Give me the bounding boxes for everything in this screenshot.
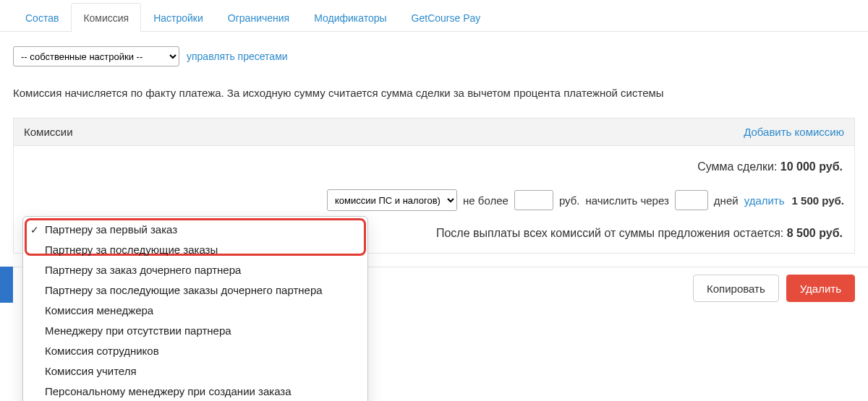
tab-komissiya[interactable]: Комиссия bbox=[71, 3, 141, 32]
tab-sostav[interactable]: Состав bbox=[13, 3, 71, 32]
remain-value: 8 500 руб. bbox=[787, 227, 843, 239]
manage-presets-link[interactable]: управлять пресетами bbox=[187, 51, 288, 62]
add-commission-link[interactable]: Добавить комиссию bbox=[744, 126, 844, 138]
line-amount: 1 500 руб. bbox=[792, 194, 844, 207]
tab-nastroyki[interactable]: Настройки bbox=[141, 3, 216, 32]
accrue-prefix: начислить через bbox=[585, 194, 668, 207]
copy-button[interactable]: Копировать bbox=[693, 275, 779, 302]
dd-item-4[interactable]: Комиссия менеджера bbox=[23, 301, 367, 315]
deal-sum-label: Сумма сделки: bbox=[697, 160, 780, 173]
tab-modifikatory[interactable]: Модификаторы bbox=[302, 3, 399, 32]
deal-sum-row: Сумма сделки: 10 000 руб. bbox=[24, 156, 844, 186]
preset-select[interactable]: -- собственные настройки -- bbox=[13, 46, 179, 66]
commission-type-dropdown[interactable]: Партнеру за первый заказ Партнеру за пос… bbox=[22, 216, 368, 315]
dd-item-1[interactable]: Партнеру за последующие заказы bbox=[23, 240, 367, 260]
days-input[interactable] bbox=[675, 190, 708, 210]
deal-sum-value: 10 000 руб. bbox=[780, 160, 843, 173]
info-text: Комиссия начисляется по факту платежа. З… bbox=[0, 71, 868, 118]
delete-button[interactable]: Удалить bbox=[786, 275, 855, 302]
tab-getcourse-pay[interactable]: GetCourse Pay bbox=[399, 3, 493, 32]
tab-ogranicheniya[interactable]: Ограничения bbox=[216, 3, 302, 32]
panel-title: Комиссии bbox=[24, 126, 73, 138]
remain-label: После выплаты всех комиссий от суммы пре… bbox=[436, 227, 787, 239]
tabs: Состав Комиссия Настройки Ограничения Мо… bbox=[0, 3, 868, 32]
rub-label-1: руб. bbox=[559, 194, 580, 207]
panel-header: Комиссии Добавить комиссию bbox=[14, 118, 854, 146]
dd-item-0[interactable]: Партнеру за первый заказ bbox=[23, 220, 367, 240]
left-blue-bar bbox=[0, 267, 13, 303]
base-select[interactable]: комиссии ПС и налогов) bbox=[327, 189, 457, 211]
dd-item-3[interactable]: Партнеру за последующие заказы дочернего… bbox=[23, 280, 367, 301]
preset-row: -- собственные настройки -- управлять пр… bbox=[0, 32, 868, 71]
limit-prefix: не более bbox=[463, 194, 509, 207]
limit-input[interactable] bbox=[514, 190, 553, 210]
dd-item-2[interactable]: Партнеру за заказ дочернего партнера bbox=[23, 260, 367, 280]
days-label: дней bbox=[714, 194, 739, 207]
line-delete-link[interactable]: удалить bbox=[744, 194, 785, 207]
